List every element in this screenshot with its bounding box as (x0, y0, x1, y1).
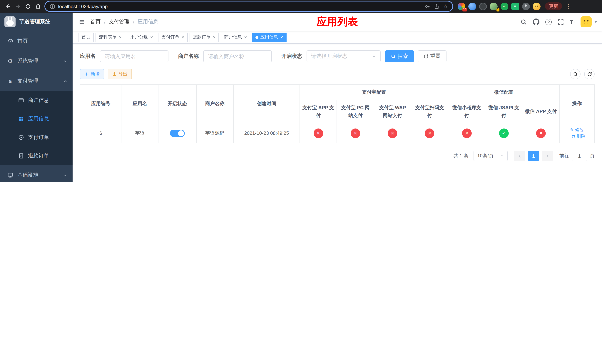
sidebar-item-refund-order[interactable]: 退款订单 (0, 147, 73, 165)
github-link[interactable] (533, 19, 539, 25)
extension-badge: 1 (496, 8, 499, 11)
help-button[interactable]: ? (545, 19, 552, 25)
sidebar-item-label: 支付订单 (28, 134, 49, 141)
tab-label: 用户分组 (130, 34, 148, 40)
bookmark-star-icon[interactable]: ☆ (443, 4, 448, 9)
sidebar-item-merchant-info[interactable]: 商户信息 (0, 91, 73, 110)
page-content: 应用名 商户名称 开启状态 请选择开启状态 搜索 重置 (73, 44, 602, 182)
avatar[interactable] (581, 16, 592, 27)
toggle-search-button[interactable] (570, 69, 580, 79)
grid-icon (18, 116, 24, 122)
page-size-select[interactable]: 10条/页 (473, 151, 508, 161)
extension-pin-icon[interactable] (522, 2, 530, 10)
prev-page-button[interactable] (514, 151, 525, 161)
active-tab-dot (256, 36, 258, 39)
home-button[interactable] (33, 1, 43, 11)
next-page-button[interactable] (542, 151, 553, 161)
close-icon[interactable]: × (244, 35, 247, 40)
reset-button[interactable]: 重置 (418, 50, 447, 62)
extension-emoji-icon[interactable] (533, 2, 540, 10)
edit-icon: ✎ (570, 127, 574, 133)
col-group-alipay: 支付宝配置 (300, 85, 448, 100)
fullscreen-button[interactable] (558, 19, 564, 25)
goto-page-input[interactable] (572, 151, 587, 161)
delete-link[interactable]: 删除 (571, 133, 586, 139)
extension-book-icon[interactable]: ≡ (511, 2, 519, 10)
refresh-table-button[interactable] (584, 69, 595, 79)
extension-area: 10 1 ✓ ≡ (458, 2, 540, 10)
tab-user-group[interactable]: 用户分组× (127, 32, 156, 42)
monitor-icon (7, 172, 13, 178)
search-button[interactable]: 搜索 (385, 50, 414, 62)
header-search-button[interactable] (521, 19, 527, 25)
close-icon[interactable]: × (119, 35, 122, 40)
browser-menu-icon[interactable]: ⋮ (565, 3, 572, 10)
search-icon (391, 54, 396, 59)
col-header-merchant: 商户名称 (196, 85, 233, 123)
password-key-icon[interactable] (425, 3, 430, 9)
address-bar[interactable]: localhost:1024/pay/app ☆ (45, 1, 452, 11)
breadcrumb-item[interactable]: 首页 (90, 19, 101, 25)
wechat-jsapi-status-icon: ✓ (499, 128, 509, 138)
tab-label: 首页 (81, 34, 90, 40)
yen-icon: ¥ (7, 78, 13, 84)
sidebar-toggle-button[interactable] (73, 13, 90, 31)
share-icon[interactable] (434, 3, 440, 9)
close-icon[interactable]: × (280, 35, 283, 40)
extension-drop-icon[interactable] (468, 2, 476, 10)
site-info-icon[interactable] (50, 3, 55, 9)
sidebar-item-payment[interactable]: ¥ 支付管理 (0, 71, 73, 91)
tab-merchant-info[interactable]: 商户信息× (221, 32, 250, 42)
tab-label: 退款订单 (193, 34, 211, 40)
status-label: 开启状态 (281, 53, 302, 60)
edit-link[interactable]: ✎修改 (570, 127, 584, 133)
sidebar-item-infrastructure[interactable]: 基础设施 (0, 165, 73, 182)
sidebar-item-label: 系统管理 (17, 58, 38, 64)
close-icon[interactable]: × (182, 35, 184, 40)
extension-dark-icon[interactable] (479, 2, 487, 10)
add-button[interactable]: 新增 (80, 69, 104, 79)
font-size-button[interactable]: TT (570, 19, 575, 25)
forward-button[interactable] (13, 1, 23, 11)
page-number-current[interactable]: 1 (528, 151, 539, 161)
tab-refund-order[interactable]: 退款订单× (190, 32, 219, 42)
search-icon (521, 19, 527, 25)
reload-icon (25, 3, 31, 9)
tab-process-form[interactable]: 流程表单× (96, 32, 125, 42)
back-button[interactable] (3, 1, 13, 11)
extension-colorful-icon[interactable]: 10 (458, 2, 465, 10)
tab-pay-order[interactable]: 支付订单× (158, 32, 188, 42)
tab-home[interactable]: 首页 (78, 32, 94, 42)
status-select[interactable]: 请选择开启状态 (307, 50, 381, 62)
col-header-wechat-jsapi: 微信 JSAPI 支付 (485, 100, 522, 123)
browser-update-button[interactable]: 更新 (545, 2, 562, 10)
app-table: 应用编号 应用名 开启状态 商户名称 创建时间 支付宝配置 微信配置 操作 支付… (80, 85, 595, 143)
tab-app-info-active[interactable]: 应用信息× (252, 32, 286, 42)
url-text[interactable]: localhost:1024/pay/app (58, 3, 422, 9)
browser-toolbar: localhost:1024/pay/app ☆ 10 1 ✓ ≡ 更新 ⋮ (0, 0, 602, 13)
sidebar-item-app-info[interactable]: 应用信息 (0, 110, 73, 128)
reload-button[interactable] (23, 1, 33, 11)
sidebar-item-home[interactable]: 首页 (0, 31, 73, 51)
search-icon (573, 72, 578, 76)
extension-check-icon[interactable]: ✓ (501, 2, 508, 10)
caret-down-icon[interactable]: ▾ (595, 20, 597, 24)
close-icon[interactable]: × (213, 35, 216, 40)
sidebar-item-system[interactable]: ⚙ 系统管理 (0, 51, 73, 71)
sidebar-item-label: 商户信息 (28, 97, 49, 104)
col-header-alipay-wap: 支付宝 WAP 网站支付 (374, 100, 411, 123)
app-logo (4, 16, 16, 27)
page-size-value: 10条/页 (477, 152, 494, 159)
close-icon[interactable]: × (150, 35, 153, 40)
sidebar-item-pay-order[interactable]: 支付订单 (0, 128, 73, 147)
status-toggle[interactable] (170, 129, 185, 137)
breadcrumb-item[interactable]: 支付管理 (109, 19, 129, 25)
export-button[interactable]: 导出 (108, 69, 132, 79)
app-name-input[interactable] (100, 50, 168, 62)
extension-avatar-icon[interactable]: 1 (490, 2, 498, 10)
tab-label: 应用信息 (260, 34, 278, 40)
cell-app-name: 芋道 (121, 123, 158, 143)
breadcrumb-separator: / (133, 19, 134, 25)
app-brand[interactable]: 芋道管理系统 (0, 13, 73, 31)
merchant-name-input[interactable] (203, 50, 272, 62)
